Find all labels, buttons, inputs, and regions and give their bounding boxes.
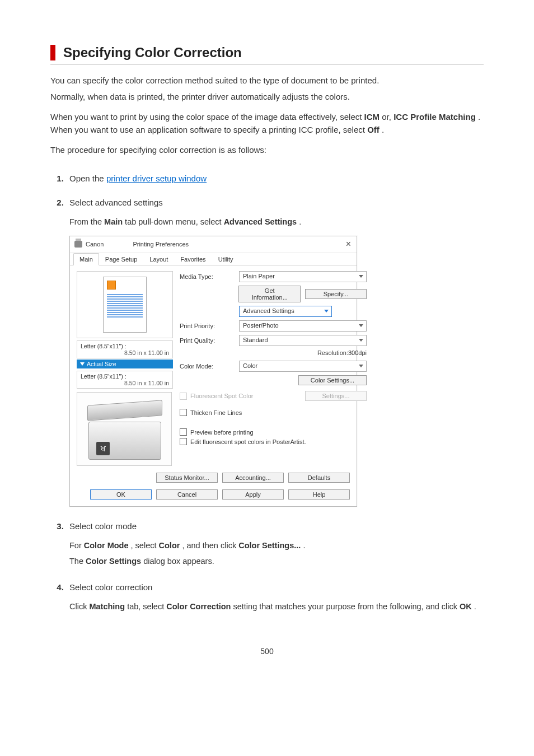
step4-a: Click: [69, 602, 89, 611]
media-type-label: Media Type:: [180, 273, 235, 280]
help-button[interactable]: Help: [288, 489, 350, 500]
intro-p3a: When you want to print by using the colo…: [50, 112, 364, 122]
specify-button[interactable]: Specify...: [305, 289, 367, 299]
actual-size-label: Actual Size: [87, 361, 116, 367]
edit-fluorescent-label: Edit fluorescent spot colors in PosterAr…: [190, 438, 306, 445]
tab-layout[interactable]: Layout: [143, 253, 174, 265]
close-icon[interactable]: ×: [346, 240, 351, 249]
intro-p1: You can specify the color correction met…: [50, 74, 484, 87]
step4-match: Matching: [89, 602, 125, 611]
printing-preferences-dialog: Canon Printing Preferences × Main Page S…: [69, 236, 357, 507]
title-rule: [50, 64, 484, 64]
paper-size-2-dim: 8.50 in x 11.00 in: [81, 380, 169, 386]
paper-size-1-label: Letter (8.5"x11") :: [81, 343, 169, 349]
thicken-fine-lines-checkbox[interactable]: [180, 409, 187, 416]
step3-csdlg: Color Settings: [86, 557, 141, 566]
dialog-title-suffix: Printing Preferences: [133, 241, 189, 248]
dialog-left-column: Letter (8.5"x11") : 8.50 in x 11.00 in A…: [77, 271, 173, 466]
settings-mode-dropdown[interactable]: Advanced Settings: [239, 306, 332, 317]
step2-main: Main: [104, 217, 123, 226]
step3-title: Select color mode: [69, 521, 137, 531]
printer-panel-icon: ਖ: [96, 442, 110, 455]
tab-favorites[interactable]: Favorites: [174, 253, 212, 265]
step3-color: Color: [159, 541, 180, 550]
step4-c: setting that matches your purpose from t…: [233, 602, 460, 611]
step3-f: dialog box appears.: [143, 557, 214, 566]
step3-d: .: [303, 541, 305, 550]
step1-lead: Open the: [69, 174, 106, 183]
step3-line1: For Color Mode , select Color , and then…: [69, 540, 484, 552]
step3-b: , select: [131, 541, 159, 550]
intro-off: Off: [367, 125, 380, 134]
intro-p2: Normally, when data is printed, the prin…: [50, 91, 484, 104]
ok-button[interactable]: OK: [90, 489, 152, 500]
paper-size-2-label: Letter (8.5"x11") :: [81, 373, 169, 380]
document-preview: [77, 271, 173, 338]
step-1: Open the printer driver setup window: [66, 174, 484, 183]
printer-icon: [74, 241, 82, 248]
step4-line1: Click Matching tab, select Color Correct…: [69, 601, 484, 613]
intro-p3b: or,: [382, 112, 394, 122]
step2-body: From the Main tab pull-down menu, select…: [69, 216, 484, 228]
step4-title: Select color correction: [69, 582, 152, 592]
color-mode-label: Color Mode:: [180, 363, 235, 370]
dialog-right-column: Media Type: Plain Paper Get Information.…: [180, 271, 367, 466]
preview-before-printing-checkbox[interactable]: [180, 428, 187, 436]
actual-size-bar: Actual Size: [77, 360, 173, 368]
dialog-title-brand: Canon: [86, 241, 104, 248]
resolution-text: Resolution:300dpi: [180, 349, 367, 356]
step3-a: For: [69, 541, 84, 550]
print-quality-label: Print Quality:: [180, 337, 235, 344]
step2-adv: Advanced Settings: [224, 217, 297, 226]
print-quality-dropdown[interactable]: Standard: [239, 335, 367, 346]
accounting-button[interactable]: Accounting...: [222, 473, 284, 483]
get-information-button[interactable]: Get Information...: [238, 286, 301, 302]
paper-size-2: Letter (8.5"x11") : 8.50 in x 11.00 in: [77, 371, 173, 389]
tab-utility[interactable]: Utility: [212, 253, 240, 265]
print-priority-label: Print Priority:: [180, 323, 235, 329]
paper-size-1: Letter (8.5"x11") : 8.50 in x 11.00 in: [77, 340, 173, 358]
edit-fluorescent-checkbox[interactable]: [180, 438, 187, 445]
tab-page-setup[interactable]: Page Setup: [99, 253, 144, 265]
step4-cc: Color Correction: [166, 602, 231, 611]
tab-main[interactable]: Main: [73, 253, 99, 265]
step3-cs: Color Settings...: [238, 541, 301, 550]
step2-b: tab pull-down menu, select: [125, 217, 224, 226]
step-4: Select color correction Click Matching t…: [66, 582, 484, 613]
arrow-down-icon: [80, 362, 85, 366]
intro-p3: When you want to print by using the colo…: [50, 111, 484, 136]
printer-driver-setup-link[interactable]: printer driver setup window: [106, 174, 207, 183]
dialog-tabs: Main Page Setup Layout Favorites Utility: [70, 253, 357, 265]
fluorescent-spot-checkbox: [180, 393, 187, 400]
step4-d: .: [474, 602, 476, 611]
step3-e: The: [69, 557, 86, 566]
step-2: Select advanced settings From the Main t…: [66, 198, 484, 507]
preview-before-printing-label: Preview before printing: [190, 429, 254, 436]
document-thumb: [103, 277, 147, 333]
intro-icc: ICC Profile Matching: [394, 112, 476, 122]
intro-p4: The procedure for specifying color corre…: [50, 144, 484, 157]
intro-icm: ICM: [364, 112, 380, 122]
page-title: Specifying Color Correction: [63, 45, 484, 60]
color-mode-dropdown[interactable]: Color: [239, 361, 367, 372]
defaults-button[interactable]: Defaults: [288, 473, 350, 483]
paper-size-1-dim: 8.50 in x 11.00 in: [81, 349, 169, 356]
status-monitor-button[interactable]: Status Monitor...: [156, 473, 218, 483]
step4-ok: OK: [460, 602, 472, 611]
page-number: 500: [50, 647, 484, 656]
fluorescent-settings-button: Settings...: [305, 391, 367, 401]
step2-a: From the: [69, 217, 104, 226]
print-priority-dropdown[interactable]: Poster/Photo: [239, 320, 367, 332]
cancel-button[interactable]: Cancel: [156, 489, 218, 500]
color-settings-button[interactable]: Color Settings...: [298, 375, 367, 385]
thicken-fine-lines-label: Thicken Fine Lines: [190, 409, 242, 416]
intro-p3d: .: [382, 125, 384, 134]
step2-c: .: [299, 217, 301, 226]
step4-b: tab, select: [127, 602, 166, 611]
step3-line2: The Color Settings dialog box appears.: [69, 556, 484, 568]
step3-cm: Color Mode: [84, 541, 129, 550]
apply-button[interactable]: Apply: [222, 489, 284, 500]
media-type-dropdown[interactable]: Plain Paper: [239, 271, 367, 282]
fluorescent-spot-label: Fluorescent Spot Color: [190, 393, 254, 399]
step2-title: Select advanced settings: [69, 198, 163, 207]
